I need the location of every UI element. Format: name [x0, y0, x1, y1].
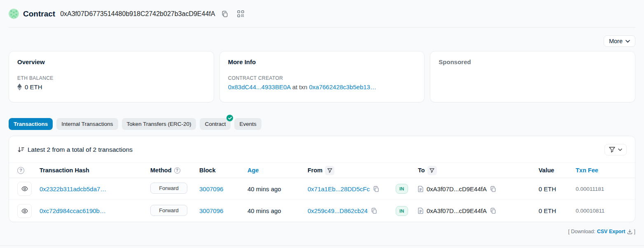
txn-fee-text: 0.00011181: [576, 186, 635, 192]
ethereum-icon: [17, 83, 22, 90]
sponsored-card: Sponsored: [430, 51, 635, 102]
table-row: 0xc72d984ccac6190b… Forward 3007096 40 m…: [9, 200, 635, 222]
creation-txn-link[interactable]: 0xa7662428c3b5eb13…: [309, 83, 376, 90]
page: Contract 0xA3f07D6773514480b918C2742b027…: [0, 0, 644, 234]
download-suffix: ]: [634, 229, 635, 234]
chevron-down-icon: [625, 40, 630, 43]
age-text: 40 mins ago: [247, 185, 308, 192]
block-link[interactable]: 3007096: [199, 207, 223, 214]
more-info-card: More Info CONTRACT CREATOR 0x83dC44...49…: [219, 51, 425, 102]
preview-transaction-button[interactable]: [17, 182, 32, 196]
col-value: Value: [539, 167, 576, 174]
info-cards: Overview ETH BALANCE 0 ETH More Info CON…: [9, 51, 635, 102]
contract-creator-label: CONTRACT CREATOR: [228, 75, 416, 81]
tab-bar: Transactions Internal Transactions Token…: [9, 118, 635, 130]
copy-icon[interactable]: [373, 186, 379, 192]
download-prefix: [ Download:: [568, 229, 595, 234]
contract-document-icon: [418, 186, 423, 192]
overview-card: Overview ETH BALANCE 0 ETH: [9, 51, 214, 102]
tab-internal-transactions[interactable]: Internal Transactions: [56, 118, 118, 130]
table-header-row: ? Transaction Hash Method ? Block Age Fr…: [9, 162, 635, 178]
page-title: Contract: [23, 9, 55, 19]
eth-balance-label: ETH BALANCE: [17, 75, 205, 81]
tab-token-transfers[interactable]: Token Transfers (ERC-20): [122, 118, 196, 130]
copy-icon[interactable]: [490, 186, 496, 192]
direction-badge: IN: [396, 184, 408, 194]
method-badge: Forward: [150, 183, 187, 194]
table-row: 0x2322b311adcb5da7… Forward 3007096 40 m…: [9, 178, 635, 200]
tab-contract[interactable]: Contract: [200, 118, 231, 130]
more-button-label: More: [609, 38, 623, 44]
download-icon: [627, 229, 632, 234]
footer-divider: [0, 246, 644, 246]
to-address: 0xA3f07D...cD9E44fA: [427, 185, 487, 192]
chevron-down-icon: [618, 148, 622, 151]
transactions-summary: Latest 2 from a total of 2 transactions: [28, 146, 133, 153]
col-transaction-hash: Transaction Hash: [40, 167, 150, 174]
transactions-card: Latest 2 from a total of 2 transactions …: [9, 136, 635, 222]
tab-contract-label: Contract: [205, 121, 226, 127]
col-block: Block: [199, 167, 247, 174]
tab-events-label: Events: [239, 121, 256, 127]
filter-funnel-icon: [609, 147, 615, 153]
tab-transactions[interactable]: Transactions: [9, 118, 53, 130]
creator-address-link[interactable]: 0x83dC44...4933BE0A: [228, 83, 291, 90]
page-header: Contract 0xA3f07D6773514480b918C2742b027…: [9, 0, 635, 28]
page-actions-row: More: [9, 35, 635, 47]
contract-address: 0xA3f07D6773514480b918C2742b027b3acD9E44…: [60, 10, 215, 18]
to-filter-icon[interactable]: [427, 166, 437, 175]
verified-check-icon: [226, 115, 233, 121]
from-address-link[interactable]: 0x71a1Eb...28DD5cFc: [308, 185, 370, 192]
col-age-toggle[interactable]: Age: [247, 167, 259, 174]
sort-descending-icon: [17, 146, 24, 153]
overview-title: Overview: [17, 58, 205, 65]
preview-transaction-button[interactable]: [17, 204, 32, 218]
sponsored-title: Sponsored: [439, 58, 627, 65]
more-info-title: More Info: [228, 58, 416, 65]
help-icon[interactable]: ?: [17, 167, 24, 174]
tab-transactions-label: Transactions: [14, 121, 48, 127]
contract-document-icon: [418, 208, 423, 214]
txn-fee-text: 0.00010811: [576, 208, 635, 214]
more-button[interactable]: More: [604, 35, 635, 47]
copy-icon[interactable]: [371, 208, 377, 214]
qr-code-icon[interactable]: [237, 10, 244, 17]
tab-token-transfers-label: Token Transfers (ERC-20): [127, 121, 191, 127]
transactions-toolbar: Latest 2 from a total of 2 transactions: [9, 136, 635, 162]
eye-icon: [21, 186, 28, 191]
eth-balance-value: 0 ETH: [25, 83, 42, 90]
to-address: 0xA3f07D...cD9E44fA: [427, 207, 487, 214]
method-badge: Forward: [150, 205, 187, 216]
transaction-hash-link[interactable]: 0xc72d984ccac6190b…: [40, 207, 106, 214]
creator-connector-text: at txn: [292, 83, 308, 90]
eye-icon: [21, 209, 28, 213]
age-text: 40 mins ago: [247, 207, 308, 214]
csv-export-link[interactable]: CSV Export: [597, 229, 625, 234]
method-help-icon[interactable]: ?: [174, 167, 180, 174]
tab-internal-transactions-label: Internal Transactions: [61, 121, 113, 127]
contract-identicon-avatar: [9, 9, 19, 19]
copy-address-icon[interactable]: [222, 11, 228, 17]
filter-button[interactable]: [604, 144, 627, 155]
transaction-hash-link[interactable]: 0x2322b311adcb5da7…: [40, 185, 106, 192]
from-filter-icon[interactable]: [325, 166, 334, 175]
value-text: 0 ETH: [539, 207, 576, 214]
copy-icon[interactable]: [490, 208, 496, 214]
download-row: [ Download: CSV Export ]: [9, 229, 635, 234]
block-link[interactable]: 3007096: [199, 185, 223, 192]
col-txn-fee-toggle[interactable]: Txn Fee: [576, 167, 598, 174]
col-method: Method: [150, 167, 172, 174]
direction-badge: IN: [396, 206, 408, 216]
from-address-link[interactable]: 0x259c49...D862cb24: [308, 207, 368, 214]
col-to: To: [418, 167, 425, 174]
tab-events[interactable]: Events: [234, 118, 261, 130]
col-from: From: [308, 167, 322, 174]
value-text: 0 ETH: [539, 185, 576, 192]
